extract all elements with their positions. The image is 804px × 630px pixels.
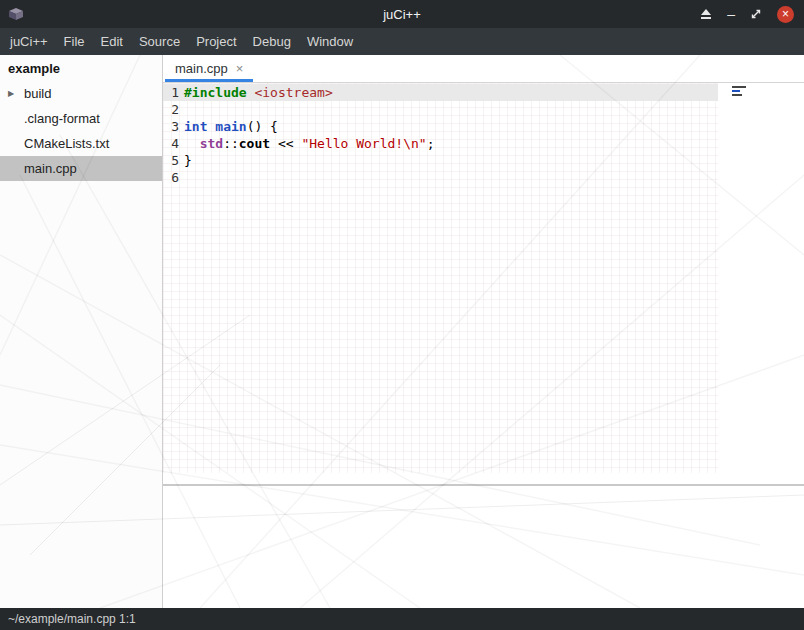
- line-text: }: [179, 152, 192, 169]
- app-window: juCi++ – × juCi++FileEditSourceProjectDe…: [0, 0, 804, 630]
- code-line-6[interactable]: 6: [163, 169, 804, 186]
- menu-item-file[interactable]: File: [56, 28, 93, 55]
- sidebar-item-build[interactable]: ▶build: [0, 81, 162, 106]
- close-button[interactable]: ×: [777, 6, 794, 23]
- code-line-1[interactable]: 1#include <iostream>: [163, 84, 804, 101]
- file-tree-panel: example ▶build.clang-formatCMakeLists.tx…: [0, 55, 163, 608]
- menu-item-window[interactable]: Window: [299, 28, 361, 55]
- minimize-button[interactable]: –: [727, 7, 735, 21]
- sidebar-item-clang-format[interactable]: .clang-format: [0, 106, 162, 131]
- line-number: 4: [166, 135, 179, 152]
- restore-icon: [750, 8, 762, 20]
- line-number: 3: [166, 118, 179, 135]
- restore-button[interactable]: [750, 8, 762, 20]
- app-icon: [8, 7, 24, 21]
- sidebar-item-main-cpp[interactable]: main.cpp: [0, 156, 162, 181]
- terminal-pane[interactable]: [163, 486, 804, 608]
- tabbar: main.cpp×: [163, 55, 804, 83]
- line-text: #include <iostream>: [179, 84, 333, 101]
- menu-item-juci[interactable]: juCi++: [2, 28, 56, 55]
- code-line-3[interactable]: 3int main() {: [163, 118, 804, 135]
- main-pane: main.cpp× 1#include <iostream>23int main…: [163, 55, 804, 608]
- file-label: main.cpp: [24, 161, 77, 176]
- window-title: juCi++: [383, 7, 421, 22]
- eject-icon: [700, 8, 712, 20]
- tab-close-icon[interactable]: ×: [236, 61, 244, 76]
- menu-item-source[interactable]: Source: [131, 28, 188, 55]
- sidebar-item-cmakelists-txt[interactable]: CMakeLists.txt: [0, 131, 162, 156]
- file-label: CMakeLists.txt: [24, 136, 109, 151]
- menu-item-edit[interactable]: Edit: [93, 28, 131, 55]
- menubar: juCi++FileEditSourceProjectDebugWindow: [0, 28, 804, 55]
- overview-map[interactable]: [732, 86, 746, 98]
- overview-mark: [732, 86, 746, 88]
- line-number: 1: [166, 84, 179, 101]
- line-text: [179, 101, 184, 118]
- project-name: example: [0, 55, 162, 81]
- line-text: [179, 169, 184, 186]
- chevron-right-icon[interactable]: ▶: [8, 89, 14, 98]
- tab-label: main.cpp: [175, 61, 228, 76]
- menu-item-debug[interactable]: Debug: [245, 28, 299, 55]
- file-label: .clang-format: [24, 111, 100, 126]
- titlebar: juCi++ – ×: [0, 0, 804, 28]
- code-editor[interactable]: 1#include <iostream>23int main() {4 std:…: [163, 83, 804, 484]
- code-lines: 1#include <iostream>23int main() {4 std:…: [163, 83, 804, 186]
- line-number: 5: [166, 152, 179, 169]
- line-text: int main() {: [179, 118, 278, 135]
- line-text: std::cout << "Hello World!\n";: [179, 135, 434, 152]
- status-file-position: ~/example/main.cpp 1:1: [8, 612, 136, 626]
- tab-main-cpp[interactable]: main.cpp×: [165, 55, 253, 82]
- overview-mark: [732, 94, 742, 96]
- line-number: 6: [166, 169, 179, 186]
- menu-item-project[interactable]: Project: [188, 28, 244, 55]
- eject-button[interactable]: [700, 8, 712, 20]
- code-line-5[interactable]: 5}: [163, 152, 804, 169]
- file-tree: ▶build.clang-formatCMakeLists.txtmain.cp…: [0, 81, 162, 181]
- code-line-4[interactable]: 4 std::cout << "Hello World!\n";: [163, 135, 804, 152]
- overview-mark: [732, 90, 740, 92]
- code-line-2[interactable]: 2: [163, 101, 804, 118]
- window-controls: – ×: [700, 0, 794, 28]
- statusbar: ~/example/main.cpp 1:1: [0, 608, 804, 630]
- file-label: build: [24, 86, 51, 101]
- content-area: example ▶build.clang-formatCMakeLists.tx…: [0, 55, 804, 608]
- line-number: 2: [166, 101, 179, 118]
